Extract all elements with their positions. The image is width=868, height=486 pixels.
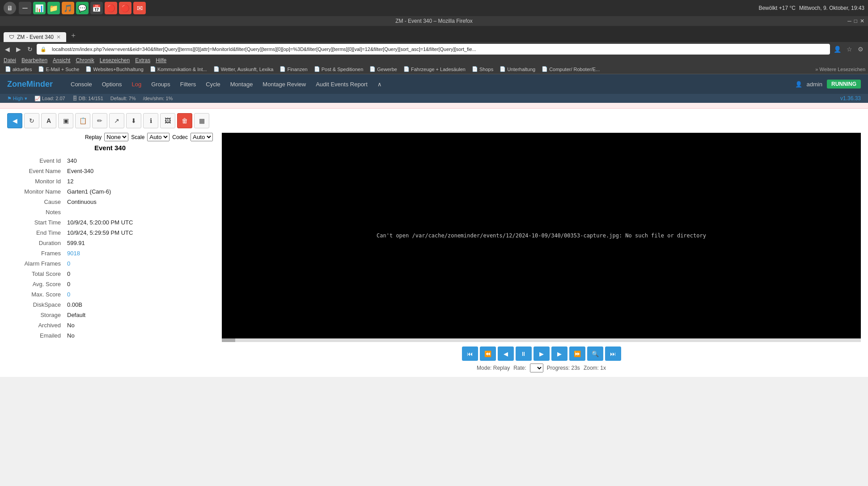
table-row: Monitor Name Garten1 (Cam-6) [8,187,212,196]
bookmark-aktuelles[interactable]: 📄 aktuelles [3,65,34,73]
nav-log[interactable]: Log [127,79,146,89]
minimize-icon[interactable]: ─ [847,18,851,24]
edit-btn[interactable]: ✏ [92,113,107,128]
ssl-icon: 🔒 [40,46,47,52]
external-link-btn[interactable]: ↗ [109,113,124,128]
nav-montage-review[interactable]: Montage Review [258,79,310,89]
nav-console[interactable]: Console [66,79,97,89]
menu-bar: Datei Bearbeiten Ansicht Chronik Lesezei… [0,56,868,64]
field-value: No [67,331,212,340]
zoom-btn[interactable]: 🔍 [587,347,603,361]
zm-logo[interactable]: ZoneMinder [7,80,53,89]
field-value: 0 [67,269,212,279]
nav-collapse-icon[interactable]: ∧ [373,79,386,89]
bookmark-wetter[interactable]: 📄 Wetter, Auskunft, Lexika [211,65,276,73]
nav-groups[interactable]: Groups [147,79,175,89]
replay-label: Replay [85,134,102,140]
taskbar-app-email[interactable]: ✉ [133,2,146,14]
active-tab[interactable]: 🛡 ZM - Event 340 ✕ [4,32,66,42]
menu-chronik[interactable]: Chronik [76,57,94,63]
bookmark-fahrzeuge[interactable]: 📄 Fahrzeuge + Ladesäulen [401,65,468,73]
bookmark-kommunikation[interactable]: 📄 Kommunikation & Int... [148,65,209,73]
alarm-frames-link[interactable]: 0 [67,260,70,267]
taskbar-app-calendar[interactable]: 📅 [90,2,103,14]
bookmark-unterhaltung[interactable]: 📄 Unterhaltung [497,65,538,73]
refresh-btn[interactable]: ↻ [24,113,39,128]
frames-link[interactable]: 9018 [67,250,80,257]
delete-btn[interactable]: 🗑 [177,113,192,128]
taskbar-app-terminal[interactable]: ─ [19,2,31,14]
bookmark-email[interactable]: 📄 E-Mail + Suche [36,65,81,73]
bookmarks-more[interactable]: » Weitere Lesezeichen [815,67,865,72]
nav-filters[interactable]: Filters [176,79,200,89]
bookmark-star-icon[interactable]: ☆ [845,45,854,54]
back-btn[interactable]: ◀ [3,44,12,54]
menu-hilfe[interactable]: Hilfe [156,57,166,63]
tab-close-btn[interactable]: ✕ [56,34,61,40]
bookmark-finanzen[interactable]: 📄 Finanzen [277,65,309,73]
bookmark-post[interactable]: 📄 Post & Speditionen [312,65,366,73]
bookmark-computer[interactable]: 📄 Computer/ Roboter/E... [539,65,602,73]
url-bar[interactable] [48,45,826,54]
forward-btn[interactable]: ▶ [14,44,23,54]
new-tab-btn[interactable]: ＋ [66,29,80,42]
field-label: Avg. Score [8,279,66,289]
rewind-btn[interactable]: ⏪ [480,347,496,361]
window-controls[interactable]: ─ □ ✕ [847,18,864,24]
event-title: Event 340 [7,144,213,152]
step-back-btn[interactable]: ◀ [498,347,514,361]
max-score-link[interactable]: 0 [67,291,70,298]
menu-ansicht[interactable]: Ansicht [53,57,70,63]
scale-select[interactable]: Auto [147,133,169,141]
menu-extras[interactable]: Extras [135,57,150,63]
taskbar-app-files[interactable]: 📁 [47,2,60,14]
info-btn[interactable]: ℹ [143,113,158,128]
nav-options[interactable]: Options [97,79,127,89]
text-btn[interactable]: A [41,113,56,128]
browser-title: ZM - Event 340 – Mozilla Firefox [395,18,473,24]
reader-icon[interactable]: 👤 [832,45,843,54]
taskbar-app-app2[interactable]: 🔴 [119,2,131,14]
taskbar-app-music[interactable]: 🎵 [62,2,74,14]
play-btn[interactable]: ▶ [534,347,550,361]
taskbar-app-monitor[interactable]: 📊 [33,2,46,14]
codec-select[interactable]: Auto [191,133,213,141]
download-btn[interactable]: ⬇ [126,113,141,128]
reload-btn[interactable]: ↻ [25,44,35,54]
os-logo[interactable]: 🖥 [4,2,16,14]
rate-select[interactable] [530,363,543,372]
close-icon[interactable]: ✕ [860,18,864,24]
menu-lesezeichen[interactable]: Lesezeichen [100,57,130,63]
video-scrollbar-thumb[interactable] [222,338,235,342]
bookmark-websites[interactable]: 📄 Websites+Buchhaltung [83,65,146,73]
video-scrollbar[interactable] [222,338,861,342]
field-value: No [67,321,212,330]
fast-forward-btn[interactable]: ⏩ [569,347,585,361]
taskbar-app-chat[interactable]: 💬 [76,2,89,14]
pause-btn[interactable]: ⏸ [516,347,532,361]
replay-select[interactable]: None [104,133,128,141]
nav-cycle[interactable]: Cycle [201,79,225,89]
nav-audit[interactable]: Audit Events Report [311,79,372,89]
square-btn[interactable]: ▣ [58,113,73,128]
image-btn[interactable]: 🖼 [160,113,175,128]
bookmark-shops[interactable]: 📄 Shops [470,65,495,73]
high-priority-indicator[interactable]: ⚑ High ▾ [7,96,27,101]
step-forward-btn[interactable]: ▶ [551,347,567,361]
back-event-btn[interactable]: ◀ [7,113,22,128]
menu-datei[interactable]: Datei [4,57,16,63]
taskbar-app-app1[interactable]: 🔴 [105,2,117,14]
priority-dropdown-icon[interactable]: ▾ [25,96,27,101]
copy-btn[interactable]: 📋 [75,113,90,128]
bookmark-icon-kommunikation: 📄 [150,66,156,72]
bookmark-gewerbe[interactable]: 📄 Gewerbe [367,65,399,73]
skip-end-btn[interactable]: ⏭ [605,347,621,361]
grid-btn[interactable]: ▦ [194,113,209,128]
table-row: Notes [8,207,212,217]
bookmark-icon-computer: 📄 [542,66,548,72]
skip-start-btn[interactable]: ⏮ [462,347,478,361]
menu-bearbeiten[interactable]: Bearbeiten [21,57,47,63]
maximize-icon[interactable]: □ [854,18,857,24]
nav-montage[interactable]: Montage [226,79,258,89]
extension-icon[interactable]: ⚙ [856,45,865,54]
